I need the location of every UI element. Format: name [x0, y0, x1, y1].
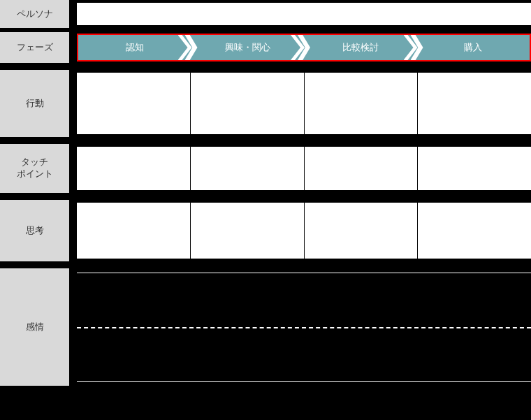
label-emotion: 感情	[0, 268, 70, 386]
phase-step-2: 興味・関心	[191, 35, 305, 60]
label-thinking: 思考	[0, 200, 70, 261]
touchpoint-cells	[77, 147, 531, 190]
persona-content	[70, 0, 531, 28]
touchpoint-content	[70, 144, 531, 193]
touchpoint-cell-1	[77, 147, 190, 190]
action-content	[70, 70, 531, 137]
touchpoint-cell-4	[418, 147, 531, 190]
action-cell-4	[418, 73, 531, 134]
row-phase: フェーズ 認知 興味・関心 比較検討 購入	[0, 32, 531, 63]
phase-step-1-label: 認知	[126, 41, 144, 54]
phase-step-4: 購入	[417, 35, 530, 60]
touchpoint-cell-2	[191, 147, 304, 190]
phase-arrow-strip: 認知 興味・関心 比較検討 購入	[77, 34, 531, 61]
row-persona: ペルソナ	[0, 0, 531, 28]
action-cell-1	[77, 73, 190, 134]
row-touchpoint: タッチ ポイント	[0, 144, 531, 193]
persona-cell	[77, 3, 531, 25]
emotion-content	[70, 268, 531, 386]
action-cell-2	[191, 73, 304, 134]
thinking-cell-1	[77, 203, 190, 259]
thinking-cell-3	[305, 203, 418, 259]
phase-step-3-label: 比較検討	[342, 41, 379, 54]
label-touchpoint: タッチ ポイント	[0, 144, 70, 193]
phase-step-4-label: 購入	[464, 41, 482, 54]
label-persona: ペルソナ	[0, 0, 70, 28]
action-cells	[77, 73, 531, 134]
action-cell-3	[305, 73, 418, 134]
thinking-cell-2	[191, 203, 304, 259]
phase-step-1: 認知	[78, 35, 191, 60]
thinking-cell-4	[418, 203, 531, 259]
thinking-cells	[77, 203, 531, 259]
phase-step-2-label: 興味・関心	[225, 41, 270, 54]
customer-journey-map: ペルソナ フェーズ 認知 興味・関心 比較検討	[0, 0, 531, 386]
label-phase: フェーズ	[0, 32, 70, 63]
thinking-content	[70, 200, 531, 261]
emotion-chart-area	[77, 273, 531, 382]
emotion-baseline	[77, 327, 531, 328]
phase-step-3: 比較検討	[304, 35, 417, 60]
phase-content: 認知 興味・関心 比較検討 購入	[70, 32, 531, 63]
row-emotion: 感情	[0, 268, 531, 386]
row-thinking: 思考	[0, 200, 531, 261]
label-action: 行動	[0, 70, 70, 137]
row-action: 行動	[0, 70, 531, 137]
touchpoint-cell-3	[305, 147, 418, 190]
